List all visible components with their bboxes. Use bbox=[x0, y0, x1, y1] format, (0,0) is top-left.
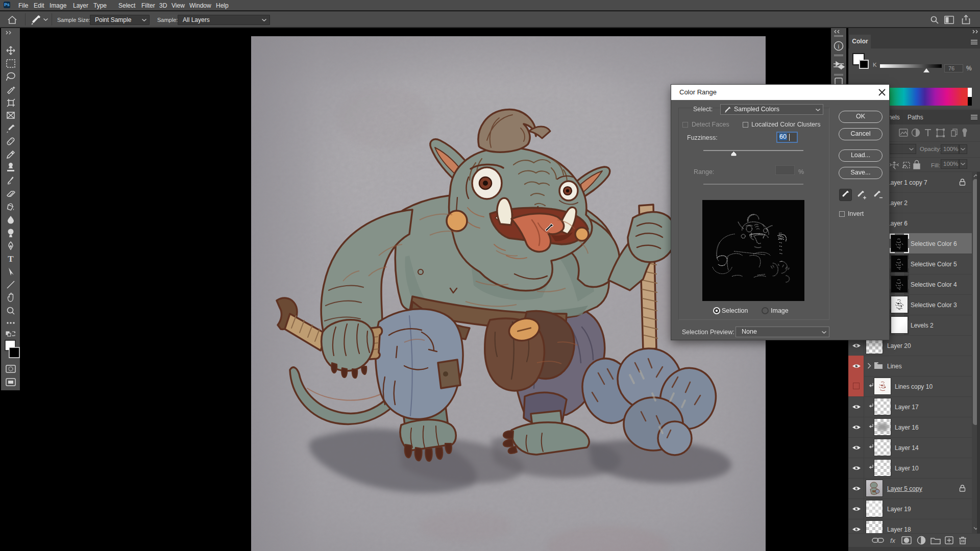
svg-text:i: i bbox=[838, 43, 840, 50]
svg-text:Fill:: Fill: bbox=[931, 162, 940, 168]
svg-text:T: T bbox=[8, 254, 14, 264]
svg-text:fx: fx bbox=[890, 537, 896, 544]
